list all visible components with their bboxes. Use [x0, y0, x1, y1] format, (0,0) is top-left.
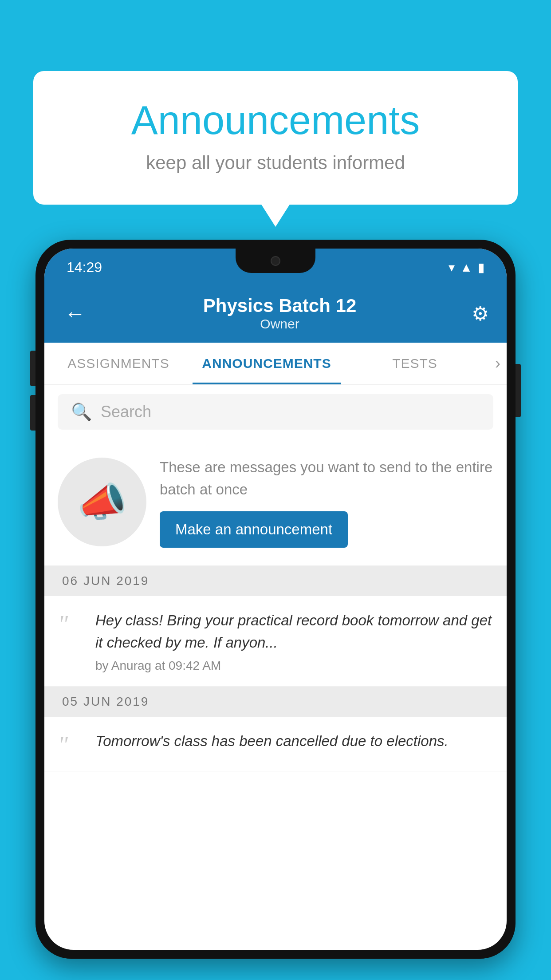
- front-camera: [271, 256, 280, 266]
- volume-down-button: [30, 395, 35, 431]
- announcement-content-1: Hey class! Bring your practical record b…: [95, 609, 493, 673]
- signal-icon: ▲: [460, 261, 472, 275]
- back-button[interactable]: ←: [62, 299, 88, 328]
- announcements-title: Announcements: [69, 98, 482, 143]
- status-bar: 14:29 ▾ ▲ ▮: [44, 249, 507, 286]
- quote-icon-2: ": [58, 732, 84, 757]
- announcement-meta-1: by Anurag at 09:42 AM: [95, 659, 493, 673]
- settings-button[interactable]: ⚙: [472, 302, 489, 325]
- announcement-icon-circle: 📣: [58, 458, 146, 546]
- power-button: [516, 364, 521, 417]
- date-separator-1: 06 JUN 2019: [44, 566, 507, 596]
- header-title: Physics Batch 12: [88, 295, 472, 316]
- header-subtitle: Owner: [88, 316, 472, 332]
- phone-notch: [236, 249, 315, 273]
- announcement-item-1[interactable]: " Hey class! Bring your practical record…: [44, 596, 507, 687]
- search-placeholder: Search: [101, 403, 151, 421]
- tab-more[interactable]: ›: [489, 343, 507, 384]
- speech-bubble-container: Announcements keep all your students inf…: [33, 71, 518, 205]
- make-announcement-button[interactable]: Make an announcement: [160, 511, 348, 548]
- status-time: 14:29: [67, 259, 102, 276]
- wifi-icon: ▾: [449, 260, 455, 275]
- announcements-subtitle: keep all your students informed: [69, 152, 482, 174]
- phone-screen: 14:29 ▾ ▲ ▮ ← Physics Batch 12 Owner ⚙: [44, 249, 507, 950]
- status-icons: ▾ ▲ ▮: [449, 260, 484, 275]
- tab-announcements[interactable]: ANNOUNCEMENTS: [193, 343, 341, 384]
- tab-tests[interactable]: TESTS: [341, 343, 489, 384]
- date-separator-2: 05 JUN 2019: [44, 687, 507, 717]
- empty-state: 📣 These are messages you want to send to…: [44, 439, 507, 566]
- app-header: ← Physics Batch 12 Owner ⚙: [44, 286, 507, 343]
- tab-assignments[interactable]: ASSIGNMENTS: [44, 343, 193, 384]
- megaphone-icon: 📣: [77, 479, 127, 526]
- announcement-item-2[interactable]: " Tomorrow's class has been cancelled du…: [44, 717, 507, 771]
- search-icon: 🔍: [71, 402, 92, 422]
- phone: 14:29 ▾ ▲ ▮ ← Physics Batch 12 Owner ⚙: [35, 240, 516, 959]
- header-center: Physics Batch 12 Owner: [88, 295, 472, 332]
- empty-state-content: These are messages you want to send to t…: [160, 456, 493, 548]
- speech-bubble: Announcements keep all your students inf…: [33, 71, 518, 205]
- battery-icon: ▮: [478, 260, 484, 275]
- announcement-text-2: Tomorrow's class has been cancelled due …: [95, 730, 493, 752]
- quote-icon-1: ": [58, 612, 84, 636]
- announcement-content-2: Tomorrow's class has been cancelled due …: [95, 730, 493, 758]
- announcement-text-1: Hey class! Bring your practical record b…: [95, 609, 493, 653]
- volume-up-button: [30, 351, 35, 386]
- search-container: 🔍 Search: [44, 385, 507, 439]
- phone-container: 14:29 ▾ ▲ ▮ ← Physics Batch 12 Owner ⚙: [35, 240, 516, 980]
- search-box[interactable]: 🔍 Search: [58, 394, 493, 430]
- empty-state-description: These are messages you want to send to t…: [160, 456, 493, 500]
- tabs-bar: ASSIGNMENTS ANNOUNCEMENTS TESTS ›: [44, 343, 507, 385]
